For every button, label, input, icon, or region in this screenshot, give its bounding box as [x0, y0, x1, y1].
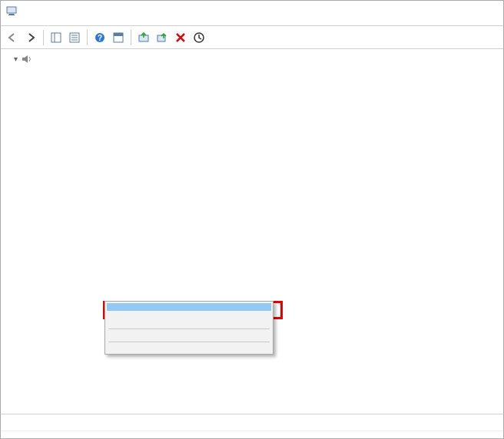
uninstall-button[interactable]	[172, 29, 189, 46]
context-disable-device[interactable]	[107, 311, 271, 319]
speaker-icon	[21, 53, 33, 65]
tree-category-sound[interactable]: ▾	[10, 52, 503, 65]
svg-rect-3	[51, 33, 61, 42]
svg-text:?: ?	[98, 34, 102, 42]
svg-rect-0	[7, 7, 16, 13]
help-button[interactable]: ?	[91, 29, 108, 46]
expander-open-icon[interactable]: ▾	[10, 52, 21, 65]
action-button[interactable]	[110, 29, 127, 46]
context-separator	[108, 342, 270, 342]
context-update-driver[interactable]	[107, 303, 271, 311]
bottom-border	[1, 431, 503, 438]
svg-rect-12	[114, 33, 123, 36]
statusbar	[1, 414, 503, 431]
device-tree[interactable]: ▾	[1, 49, 503, 414]
titlebar	[1, 1, 503, 21]
disable-button[interactable]	[154, 29, 171, 46]
toolbar-separator	[43, 30, 44, 45]
context-uninstall-device[interactable]	[107, 319, 271, 326]
svg-rect-2	[8, 15, 15, 15]
svg-rect-1	[9, 14, 14, 15]
context-properties[interactable]	[107, 345, 271, 352]
toolbar: ?	[1, 26, 503, 49]
toolbar-separator	[131, 30, 131, 45]
properties-button[interactable]	[66, 29, 83, 46]
back-button[interactable]	[4, 29, 21, 46]
context-menu	[104, 301, 274, 355]
update-driver-button[interactable]	[135, 29, 152, 46]
context-scan-hardware[interactable]	[107, 332, 271, 339]
show-hide-tree-button[interactable]	[48, 29, 65, 46]
forward-button[interactable]	[22, 29, 39, 46]
app-icon	[5, 5, 18, 17]
menubar	[1, 21, 503, 26]
toolbar-separator	[87, 30, 88, 45]
scan-hardware-button[interactable]	[191, 29, 207, 46]
context-separator	[108, 328, 270, 329]
